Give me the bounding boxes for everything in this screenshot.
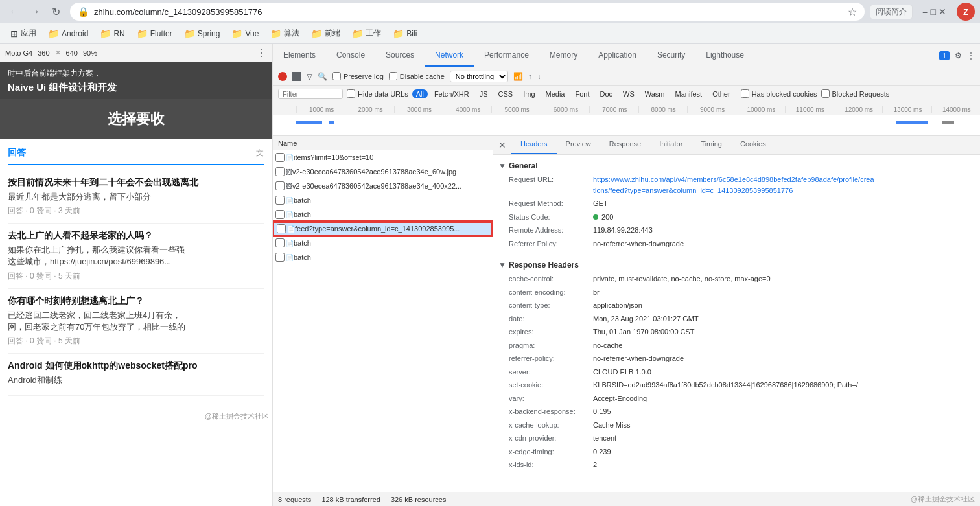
address-bar[interactable]: 🔒 zhihu.com/column/c_1413092853995851776… <box>70 3 865 21</box>
disable-cache-checkbox[interactable]: Disable cache <box>389 72 445 80</box>
device-model[interactable]: Moto G4 <box>5 49 32 57</box>
answers-tab[interactable]: 回答 <box>8 147 26 159</box>
close-icon[interactable]: ✕ <box>939 6 946 17</box>
filter-doc[interactable]: Doc <box>596 89 616 98</box>
disable-cache-input[interactable] <box>389 72 397 80</box>
row-checkbox-5[interactable] <box>275 210 285 219</box>
filter-other[interactable]: Other <box>708 89 734 98</box>
request-url-link[interactable]: https://www.zhihu.com/api/v4/members/6c5… <box>593 176 874 183</box>
folder-rn-icon: 📁 <box>100 29 111 39</box>
tab-preview[interactable]: Preview <box>557 136 600 154</box>
table-row[interactable]: 📄 feed?type=answer&column_id=c_141309285… <box>273 222 493 236</box>
hide-data-urls-checkbox[interactable]: Hide data URLs <box>347 89 408 98</box>
table-row[interactable]: 📄 batch <box>273 207 493 222</box>
settings-icon[interactable]: ⚙ <box>955 51 962 60</box>
bookmark-work[interactable]: 📁 工作 <box>347 25 386 41</box>
filter-input[interactable] <box>278 89 343 99</box>
tab-initiator[interactable]: Initiator <box>650 136 692 154</box>
preserve-log-input[interactable] <box>332 72 341 80</box>
filter-all[interactable]: All <box>412 89 428 98</box>
upload-icon[interactable]: ↑ <box>528 72 532 81</box>
x-backend-value: 0.195 <box>593 406 964 417</box>
reload-button[interactable]: ↻ <box>47 3 65 21</box>
tab-cookies[interactable]: Cookies <box>731 136 775 154</box>
tab-security[interactable]: Security <box>647 44 695 67</box>
bookmark-spring[interactable]: 📁 Spring <box>179 26 226 41</box>
answers-close-btn[interactable]: 文 <box>256 148 264 159</box>
row-checkbox-1[interactable] <box>275 153 285 162</box>
tab-application[interactable]: Application <box>588 44 647 67</box>
back-button[interactable]: ← <box>5 3 23 21</box>
bookmark-bili[interactable]: 📁 Bili <box>388 26 422 41</box>
filter-wasm[interactable]: Wasm <box>641 89 669 98</box>
tab-performance[interactable]: Performance <box>474 44 539 67</box>
row-checkbox-6[interactable] <box>277 224 286 233</box>
row-checkbox-8[interactable] <box>275 253 285 262</box>
folder-vue-icon: 📁 <box>231 29 242 39</box>
table-row[interactable]: 🖼 v2-e30ecea6478360542ace9613788ae34e_40… <box>273 179 493 193</box>
preserve-log-checkbox[interactable]: Preserve log <box>332 72 384 80</box>
reader-mode-button[interactable]: 阅读简介 <box>870 5 913 19</box>
blocked-requests-checkbox[interactable]: Blocked Requests <box>821 89 890 98</box>
device-more-icon[interactable]: ⋮ <box>256 47 266 59</box>
bookmark-apps[interactable]: ⊞ 应用 <box>5 25 41 41</box>
row-checkbox-7[interactable] <box>275 238 285 247</box>
filter-img[interactable]: Img <box>519 89 539 98</box>
device-width[interactable]: 360 <box>38 49 49 57</box>
row-checkbox-3[interactable] <box>275 181 285 190</box>
filter-ws[interactable]: WS <box>619 89 638 98</box>
tab-response[interactable]: Response <box>600 136 651 154</box>
devtools-more-icon[interactable]: ⋮ <box>967 51 975 60</box>
table-row[interactable]: 📄 items?limit=10&offset=10 <box>273 150 493 165</box>
bookmark-star-icon[interactable]: ☆ <box>848 6 857 18</box>
table-row[interactable]: 🖼 v2-e30ecea6478360542ace9613788ae34e_60… <box>273 165 493 179</box>
tab-sources[interactable]: Sources <box>375 44 425 67</box>
filter-js[interactable]: JS <box>476 89 492 98</box>
tab-network[interactable]: Network <box>425 44 474 67</box>
bookmark-android[interactable]: 📁 Android <box>43 26 93 41</box>
device-zoom[interactable]: 90% <box>83 49 97 57</box>
request-name-3: v2-e30ecea6478360542ace9613788ae34e_400x… <box>292 182 493 190</box>
filter-fetch-xhr[interactable]: Fetch/XHR <box>430 89 473 98</box>
device-height[interactable]: 640 <box>66 49 78 57</box>
forward-button[interactable]: → <box>26 3 44 21</box>
table-row[interactable]: 📄 batch <box>273 250 493 264</box>
general-section-header[interactable]: ▼ General <box>493 159 980 173</box>
filter-font[interactable]: Font <box>571 89 593 98</box>
detail-close-btn[interactable]: ✕ <box>493 136 511 154</box>
record-button[interactable] <box>278 72 287 81</box>
minimize-icon[interactable]: – <box>923 6 928 17</box>
download-icon[interactable]: ↓ <box>537 72 541 81</box>
hide-data-urls-input[interactable] <box>347 89 355 98</box>
throttle-select[interactable]: No throttling <box>450 71 508 82</box>
tab-headers[interactable]: Headers <box>511 136 557 154</box>
bookmark-frontend[interactable]: 📁 前端 <box>306 25 345 41</box>
tab-lighthouse[interactable]: Lighthouse <box>695 44 754 67</box>
filter-icon[interactable]: ▽ <box>307 72 312 81</box>
table-row[interactable]: 📄 batch <box>273 193 493 207</box>
has-blocked-cookies-input[interactable] <box>741 89 749 98</box>
filter-manifest[interactable]: Manifest <box>671 89 706 98</box>
row-checkbox-4[interactable] <box>275 196 285 205</box>
disable-cache-label: Disable cache <box>400 73 445 80</box>
tab-console[interactable]: Console <box>326 44 375 67</box>
bookmark-algorithm[interactable]: 📁 算法 <box>265 25 305 41</box>
table-row[interactable]: 📄 batch <box>273 236 493 250</box>
bookmark-vue[interactable]: 📁 Vue <box>226 26 264 41</box>
filter-css[interactable]: CSS <box>495 89 517 98</box>
stop-button[interactable] <box>292 72 301 81</box>
filter-media[interactable]: Media <box>542 89 569 98</box>
maximize-icon[interactable]: □ <box>931 6 936 17</box>
bookmark-rn[interactable]: 📁 RN <box>95 26 130 41</box>
tab-elements[interactable]: Elements <box>273 44 326 67</box>
has-blocked-cookies-checkbox[interactable]: Has blocked cookies <box>741 89 817 98</box>
response-headers-section-header[interactable]: ▼ Response Headers <box>493 258 980 272</box>
row-checkbox-2[interactable] <box>275 167 285 176</box>
blocked-requests-input[interactable] <box>821 89 830 98</box>
profile-avatar[interactable]: Z <box>957 3 975 21</box>
search-icon[interactable]: 🔍 <box>318 72 327 81</box>
bookmark-flutter[interactable]: 📁 Flutter <box>132 26 178 41</box>
request-url-link-cont[interactable]: tions/feed?type=answer&column_id=c_14130… <box>593 187 793 194</box>
tab-timing[interactable]: Timing <box>692 136 731 154</box>
tab-memory[interactable]: Memory <box>539 44 588 67</box>
